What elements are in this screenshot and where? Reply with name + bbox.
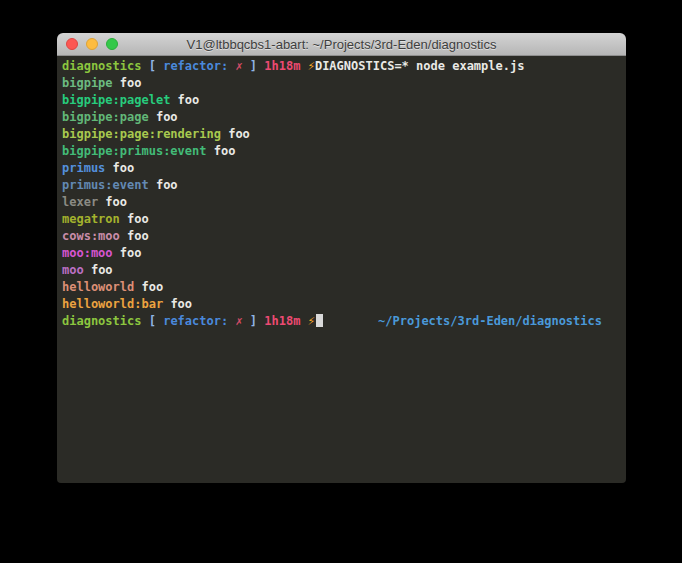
terminal-line: primus:event foo xyxy=(62,177,621,194)
traffic-lights xyxy=(66,33,118,55)
debug-message: foo xyxy=(127,229,149,243)
debug-namespace: helloworld:bar xyxy=(62,297,170,311)
debug-namespace: bigpipe:pagelet xyxy=(62,93,178,107)
terminal-line-text: helloworld foo xyxy=(62,279,163,296)
debug-namespace: moo xyxy=(62,263,91,277)
terminal-line: moo foo xyxy=(62,262,621,279)
git-dirty-flag: ✗ xyxy=(235,314,242,328)
debug-message: foo xyxy=(120,76,142,90)
debug-message: foo xyxy=(141,280,163,294)
terminal-line: cows:moo foo xyxy=(62,228,621,245)
prompt-project-name: diagnostics xyxy=(62,314,149,328)
debug-namespace: primus xyxy=(62,161,113,175)
terminal-line-text: helloworld:bar foo xyxy=(62,296,192,313)
terminal-line-text: bigpipe:page foo xyxy=(62,109,178,126)
debug-message: foo xyxy=(228,127,250,141)
debug-namespace: bigpipe:page:rendering xyxy=(62,127,228,141)
terminal-line: bigpipe foo xyxy=(62,75,621,92)
git-branch: refactor: xyxy=(163,314,235,328)
terminal-line: megatron foo xyxy=(62,211,621,228)
prompt-bracket: [ xyxy=(149,59,163,73)
debug-namespace: bigpipe xyxy=(62,76,120,90)
terminal-line: bigpipe:page foo xyxy=(62,109,621,126)
window-titlebar[interactable]: V1@ltbbqcbs1-abart: ~/Projects/3rd-Eden/… xyxy=(57,33,626,56)
prompt-duration: 1h18m xyxy=(264,314,307,328)
debug-message: foo xyxy=(170,297,192,311)
debug-namespace: cows:moo xyxy=(62,229,127,243)
terminal-line-text: bigpipe foo xyxy=(62,75,141,92)
lightning-bolt-icon: ⚡ xyxy=(308,314,315,328)
command-text: DIAGNOSTICS=* node example.js xyxy=(315,59,525,73)
terminal-line-text: lexer foo xyxy=(62,194,127,211)
debug-message: foo xyxy=(127,212,149,226)
lightning-bolt-icon: ⚡ xyxy=(308,59,315,73)
prompt-bracket: ] xyxy=(243,59,265,73)
debug-message: foo xyxy=(113,161,135,175)
debug-message: foo xyxy=(120,246,142,260)
minimize-button[interactable] xyxy=(86,38,98,50)
rprompt-path: ~/Projects/3rd-Eden/diagnostics xyxy=(378,313,602,330)
terminal-line: lexer foo xyxy=(62,194,621,211)
prompt-project-name: diagnostics xyxy=(62,59,149,73)
debug-message: foo xyxy=(178,93,200,107)
terminal-output[interactable]: diagnostics [ refactor: ✗ ] 1h18m ⚡DIAGN… xyxy=(57,56,626,483)
terminal-line: bigpipe:pagelet foo xyxy=(62,92,621,109)
terminal-line-text: megatron foo xyxy=(62,211,149,228)
desktop-background: V1@ltbbqcbs1-abart: ~/Projects/3rd-Eden/… xyxy=(0,0,682,563)
debug-message: foo xyxy=(105,195,127,209)
debug-namespace: helloworld xyxy=(62,280,141,294)
debug-namespace: bigpipe:page xyxy=(62,110,156,124)
prompt-bracket: ] xyxy=(243,314,265,328)
terminal-line: bigpipe:primus:event foo xyxy=(62,143,621,160)
terminal-line: helloworld:bar foo xyxy=(62,296,621,313)
terminal-line: diagnostics [ refactor: ✗ ] 1h18m ⚡~/Pro… xyxy=(62,313,621,330)
git-dirty-flag: ✗ xyxy=(235,59,242,73)
debug-message: foo xyxy=(91,263,113,277)
terminal-line: helloworld foo xyxy=(62,279,621,296)
terminal-line-text: diagnostics [ refactor: ✗ ] 1h18m ⚡ xyxy=(62,313,323,330)
git-branch: refactor: xyxy=(163,59,235,73)
close-button[interactable] xyxy=(66,38,78,50)
terminal-line: diagnostics [ refactor: ✗ ] 1h18m ⚡DIAGN… xyxy=(62,58,621,75)
terminal-line-text: bigpipe:primus:event foo xyxy=(62,143,235,160)
terminal-line-text: bigpipe:pagelet foo xyxy=(62,92,199,109)
debug-namespace: moo:moo xyxy=(62,246,120,260)
terminal-cursor xyxy=(316,314,323,327)
window-title: V1@ltbbqcbs1-abart: ~/Projects/3rd-Eden/… xyxy=(57,37,626,52)
terminal-line-text: primus:event foo xyxy=(62,177,178,194)
zoom-button[interactable] xyxy=(106,38,118,50)
debug-message: foo xyxy=(156,110,178,124)
debug-namespace: lexer xyxy=(62,195,105,209)
terminal-line-text: moo:moo foo xyxy=(62,245,141,262)
debug-message: foo xyxy=(214,144,236,158)
terminal-line: bigpipe:page:rendering foo xyxy=(62,126,621,143)
debug-namespace: primus:event xyxy=(62,178,156,192)
terminal-line: primus foo xyxy=(62,160,621,177)
prompt-bracket: [ xyxy=(149,314,163,328)
terminal-line-text: cows:moo foo xyxy=(62,228,149,245)
terminal-line-text: diagnostics [ refactor: ✗ ] 1h18m ⚡DIAGN… xyxy=(62,58,524,75)
debug-namespace: bigpipe:primus:event xyxy=(62,144,214,158)
prompt-duration: 1h18m xyxy=(264,59,307,73)
terminal-line: moo:moo foo xyxy=(62,245,621,262)
debug-message: foo xyxy=(156,178,178,192)
debug-namespace: megatron xyxy=(62,212,127,226)
terminal-line-text: bigpipe:page:rendering foo xyxy=(62,126,250,143)
terminal-line-text: moo foo xyxy=(62,262,113,279)
terminal-window: V1@ltbbqcbs1-abart: ~/Projects/3rd-Eden/… xyxy=(57,33,626,483)
terminal-line-text: primus foo xyxy=(62,160,134,177)
